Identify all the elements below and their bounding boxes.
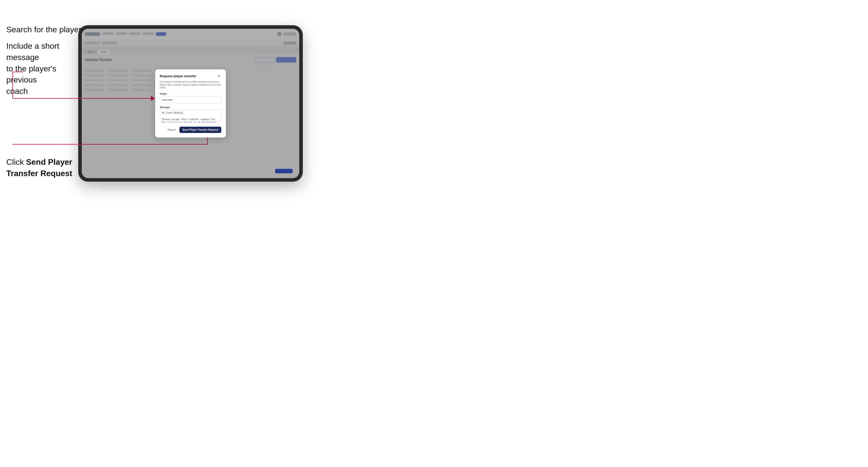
modal-overlay: Request player transfer ✕ If the player … bbox=[82, 29, 299, 178]
modal-footer: Cancel Send Player Transfer Request bbox=[160, 127, 221, 133]
search-label: Search for the player. bbox=[6, 25, 83, 34]
player-label: Player bbox=[160, 92, 221, 95]
close-icon: ✕ bbox=[217, 74, 220, 78]
modal-header: Request player transfer ✕ bbox=[160, 74, 221, 79]
cancel-button[interactable]: Cancel bbox=[165, 127, 177, 132]
message-label: Include a short messageto the player's p… bbox=[6, 41, 59, 96]
modal-title: Request player transfer bbox=[160, 74, 196, 78]
annotation-click: Click Send PlayerTransfer Request bbox=[6, 156, 72, 179]
request-transfer-modal: Request player transfer ✕ If the player … bbox=[155, 69, 226, 138]
player-form-group: Player bbox=[160, 92, 221, 103]
annotation-message: Include a short messageto the player's p… bbox=[6, 40, 72, 97]
send-transfer-button[interactable]: Send Player Transfer Request bbox=[179, 127, 221, 133]
modal-close-button[interactable]: ✕ bbox=[217, 74, 221, 79]
message-label: Message bbox=[160, 106, 221, 108]
modal-description: If the player is transferring from anoth… bbox=[160, 81, 221, 90]
device-screen: Roster Roster Update Roster bbox=[82, 29, 299, 178]
annotation-search: Search for the player. bbox=[6, 24, 83, 35]
message-textarea[interactable]: Hi Coach McHarg, Please accept this tran… bbox=[160, 110, 221, 123]
message-form-group: Message Hi Coach McHarg, Please accept t… bbox=[160, 106, 221, 124]
click-prefix: Click Send PlayerTransfer Request bbox=[6, 157, 72, 178]
device-frame: Roster Roster Update Roster bbox=[78, 25, 303, 182]
player-input[interactable] bbox=[160, 96, 221, 103]
